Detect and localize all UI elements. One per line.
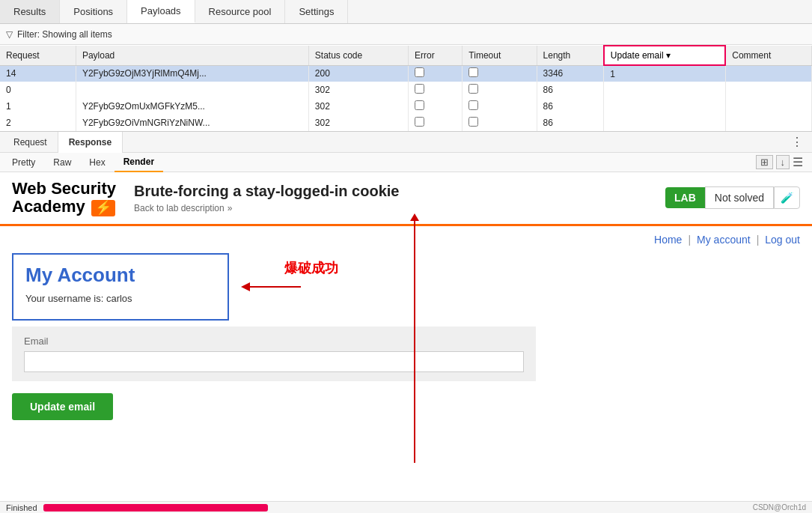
col-timeout[interactable]: Timeout (463, 46, 537, 65)
download-icon[interactable]: ↓ (776, 155, 790, 169)
timeout-checkbox[interactable] (468, 84, 478, 94)
more-options-icon[interactable]: ⋮ (785, 135, 809, 149)
tab-response[interactable]: Response (58, 132, 123, 153)
cell-length: 86 (537, 82, 604, 98)
web-content: Web Security Academy ⚡ Brute-forcing a s… (0, 172, 812, 426)
col-comment[interactable]: Comment (725, 46, 811, 65)
table-row[interactable]: 1 Y2FybG9zOmUxMGFkYzM5... 302 86 (0, 98, 812, 115)
cell-request: 1 (0, 98, 76, 115)
logo-line2: Academy ⚡ (12, 198, 116, 216)
error-checkbox[interactable] (415, 117, 424, 127)
cell-status: 302 (308, 82, 408, 98)
wsa-badge: LAB Not solved 🧪 (665, 186, 800, 209)
results-table: Request Payload Status code Error Timeou… (0, 45, 812, 131)
col-request[interactable]: Request (0, 46, 76, 65)
tab-render[interactable]: Render (115, 153, 163, 172)
cell-comment (725, 98, 811, 115)
tab-raw[interactable]: Raw (44, 153, 80, 172)
render-icons: ⊞ ↓ ☰ (756, 155, 810, 169)
log-out-link[interactable]: Log out (765, 234, 800, 246)
cell-error (408, 65, 462, 82)
cell-payload: Y2FybG9zOiVmNGRiYzNiNW... (76, 115, 308, 131)
tab-results[interactable]: Results (0, 0, 60, 23)
tab-settings[interactable]: Settings (285, 0, 348, 23)
home-link[interactable]: Home (654, 234, 682, 246)
tab-request[interactable]: Request (3, 132, 58, 153)
cell-comment (725, 82, 811, 98)
error-checkbox[interactable] (415, 67, 424, 77)
red-vertical-line (414, 216, 415, 463)
cell-update-email: 1 (604, 65, 725, 82)
error-checkbox[interactable] (415, 100, 424, 110)
cell-payload: Y2FybG9zOmUxMGFkYzM5... (76, 98, 308, 115)
cell-status: 200 (308, 65, 408, 82)
lab-badge: LAB (665, 187, 705, 208)
nav-sep2: | (757, 234, 760, 246)
attribution: CSDN@Orch1d (753, 503, 806, 512)
filter-bar: ▽ Filter: Showing all items (0, 24, 812, 45)
cell-error (408, 115, 462, 131)
progress-bar (43, 504, 268, 512)
table-row[interactable]: 0 302 86 (0, 82, 812, 98)
flask-button[interactable]: 🧪 (774, 186, 800, 209)
cell-request: 2 (0, 115, 76, 131)
update-email-button[interactable]: Update email (12, 393, 113, 420)
cell-request: 14 (0, 65, 76, 82)
cell-timeout (463, 82, 537, 98)
tab-hex[interactable]: Hex (80, 153, 114, 172)
filter-icon: ▽ (6, 29, 13, 40)
email-input[interactable] (24, 351, 524, 372)
email-form: Email (12, 327, 536, 381)
col-payload[interactable]: Payload (76, 46, 308, 65)
cell-error (408, 82, 462, 98)
my-account-heading: My Account (25, 264, 216, 287)
cell-update-email (604, 115, 725, 131)
tab-resource-pool[interactable]: Resource pool (195, 0, 286, 23)
render-tabs: Pretty Raw Hex Render ⊞ ↓ ☰ (0, 153, 812, 172)
tab-positions[interactable]: Positions (60, 0, 127, 23)
error-checkbox[interactable] (415, 84, 424, 94)
red-up-arrow (410, 213, 419, 221)
status-bar: Finished CSDN@Orch1d (0, 501, 812, 513)
my-account-box: My Account Your username is: carlos (12, 253, 229, 321)
cell-status: 302 (308, 98, 408, 115)
cell-update-email (604, 82, 725, 98)
wsa-title-section: Brute-forcing a stay-logged-in cookie Ba… (134, 183, 665, 213)
email-label: Email (24, 336, 524, 347)
cell-timeout (463, 115, 537, 131)
top-nav: Results Positions Payloads Resource pool… (0, 0, 812, 24)
results-table-area: Request Payload Status code Error Timeou… (0, 45, 812, 132)
cell-comment (725, 65, 811, 82)
red-arrow-annotation (241, 276, 308, 298)
col-length[interactable]: Length (537, 46, 604, 65)
cell-length: 86 (537, 115, 604, 131)
web-nav: Home | My account | Log out (0, 226, 812, 253)
cell-timeout (463, 65, 537, 82)
timeout-checkbox[interactable] (468, 117, 478, 127)
menu-icon[interactable]: ☰ (793, 155, 803, 169)
my-account-link[interactable]: My account (697, 234, 751, 246)
lab-status: Not solved (705, 186, 774, 209)
cell-length: 86 (537, 98, 604, 115)
lab-title: Brute-forcing a stay-logged-in cookie (134, 183, 665, 200)
table-row[interactable]: 2 Y2FybG9zOiVmNGRiYzNiNW... 302 86 (0, 115, 812, 131)
logo-line1: Web Security (12, 180, 116, 198)
table-row[interactable]: 14 Y2FybG9zOjM3YjRlMmQ4Mj... 200 3346 1 (0, 65, 812, 82)
cell-error (408, 98, 462, 115)
tab-pretty[interactable]: Pretty (3, 153, 44, 172)
tab-payloads[interactable]: Payloads (127, 0, 195, 23)
back-link[interactable]: Back to lab description » (134, 203, 665, 213)
progress-fill (43, 504, 268, 512)
col-update-email[interactable]: Update email ▾ (604, 46, 725, 65)
my-account-section: My Account Your username is: carlos 爆破成功… (0, 253, 812, 387)
arrow-svg (241, 276, 308, 298)
cell-comment (725, 115, 811, 131)
col-status[interactable]: Status code (308, 46, 408, 65)
timeout-checkbox[interactable] (468, 100, 478, 110)
col-error[interactable]: Error (408, 46, 462, 65)
cell-status: 302 (308, 115, 408, 131)
copy-icon[interactable]: ⊞ (756, 155, 773, 169)
cell-payload: Y2FybG9zOjM3YjRlMmQ4Mj... (76, 65, 308, 82)
timeout-checkbox[interactable] (468, 67, 478, 77)
success-text: 爆破成功 (284, 259, 338, 277)
